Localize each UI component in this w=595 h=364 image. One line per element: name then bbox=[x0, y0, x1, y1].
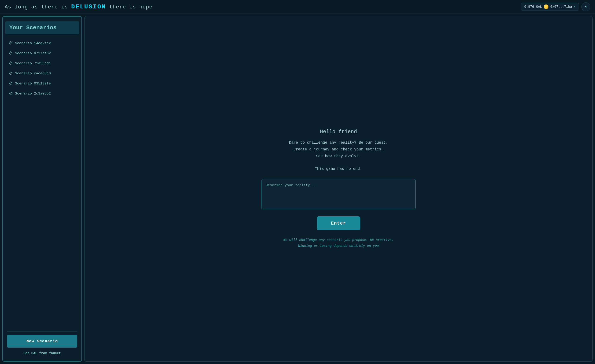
chevron-down-icon: ▾ bbox=[574, 5, 576, 9]
sun-icon: ☀ bbox=[585, 4, 587, 9]
intro-line2: Create a journey and check your metrics, bbox=[294, 147, 383, 152]
sidebar-item-scenario-cace68c0[interactable]: ⏱Scenario cace68c0 bbox=[7, 69, 77, 78]
sidebar-item-scenario-14ea2fe2[interactable]: ⏱Scenario 14ea2fe2 bbox=[7, 39, 77, 48]
sidebar-item-scenario-2c3ae852[interactable]: ⏱Scenario 2c3ae852 bbox=[7, 89, 77, 98]
sidebar-item-scenario-03513efe[interactable]: ⏱Scenario 03513efe bbox=[7, 79, 77, 88]
clock-icon: ⏱ bbox=[9, 81, 13, 86]
scenario-label: Scenario 14ea2fe2 bbox=[15, 42, 51, 45]
enter-button[interactable]: Enter bbox=[317, 216, 360, 230]
scenario-label: Scenario cace68c0 bbox=[15, 72, 51, 76]
main-content: Hello friend Dare to challenge any reali… bbox=[84, 16, 593, 362]
scenario-label: Scenario 03513efe bbox=[15, 82, 51, 86]
intro-line1: Dare to challenge any reality? Be our gu… bbox=[289, 140, 388, 145]
game-note: This game has no end. bbox=[315, 167, 362, 171]
wallet-info[interactable]: 0.976 GAL 0x07...71ba ▾ bbox=[521, 3, 579, 11]
topbar-title-prefix: As long as there is bbox=[5, 4, 71, 10]
reality-input[interactable] bbox=[261, 179, 416, 209]
faucet-link[interactable]: Get GAL from faucet bbox=[5, 350, 79, 357]
intro-line3: See how they evolve. bbox=[316, 154, 361, 158]
footer-line2: Winning or losing depends entirely on yo… bbox=[298, 244, 379, 248]
scenarios-list: ⏱Scenario 14ea2fe2⏱Scenario d727ef52⏱Sce… bbox=[5, 39, 79, 327]
theme-toggle-button[interactable]: ☀ bbox=[581, 2, 590, 11]
scenario-label: Scenario 71a53cdc bbox=[15, 62, 51, 65]
footer-line1: We will challenge any scenario you propo… bbox=[283, 238, 393, 242]
topbar-brand: DELUSION bbox=[71, 3, 106, 10]
footer-note: We will challenge any scenario you propo… bbox=[283, 237, 393, 249]
clock-icon: ⏱ bbox=[9, 91, 13, 96]
scenario-label: Scenario d727ef52 bbox=[15, 51, 51, 56]
topbar-right: 0.976 GAL 0x07...71ba ▾ ☀ bbox=[521, 2, 590, 11]
wallet-address: 0x07...71ba bbox=[550, 5, 572, 9]
intro-paragraph: Dare to challenge any reality? Be our gu… bbox=[289, 140, 388, 160]
clock-icon: ⏱ bbox=[9, 71, 13, 76]
topbar: As long as there is DELUSION there is ho… bbox=[0, 0, 595, 14]
sidebar-divider bbox=[7, 331, 77, 331]
clock-icon: ⏱ bbox=[9, 41, 13, 46]
sidebar-item-scenario-71a53cdc[interactable]: ⏱Scenario 71a53cdc bbox=[7, 59, 77, 68]
wallet-balance: 0.976 GAL bbox=[524, 5, 542, 9]
sidebar-title: Your Scenarios bbox=[5, 21, 79, 34]
new-scenario-button[interactable]: New Scenario bbox=[7, 335, 77, 348]
clock-icon: ⏱ bbox=[9, 61, 13, 66]
scenario-label: Scenario 2c3ae852 bbox=[15, 92, 51, 96]
coin-icon bbox=[544, 4, 548, 9]
main-layout: Your Scenarios ⏱Scenario 14ea2fe2⏱Scenar… bbox=[0, 14, 595, 364]
topbar-title: As long as there is DELUSION there is ho… bbox=[5, 3, 153, 10]
hello-text: Hello friend bbox=[320, 129, 357, 135]
sidebar-item-scenario-d727ef52[interactable]: ⏱Scenario d727ef52 bbox=[7, 49, 77, 58]
welcome-section: Hello friend Dare to challenge any reali… bbox=[259, 129, 418, 249]
clock-icon: ⏱ bbox=[9, 51, 13, 56]
topbar-title-suffix: there is hope bbox=[106, 4, 153, 10]
sidebar: Your Scenarios ⏱Scenario 14ea2fe2⏱Scenar… bbox=[2, 16, 82, 362]
